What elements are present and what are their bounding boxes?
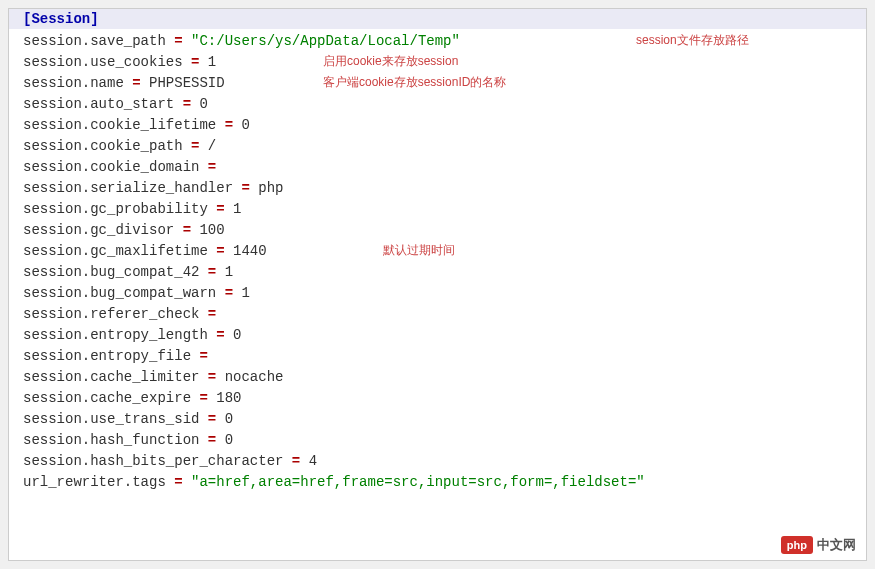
config-line: session.entropy_length = 0	[23, 325, 852, 346]
equals-sign: =	[208, 159, 216, 175]
config-key: session.entropy_length	[23, 327, 208, 343]
config-key: session.gc_probability	[23, 201, 208, 217]
section-header-line: [Session]	[9, 9, 866, 29]
equals-sign: =	[191, 54, 199, 70]
config-line: session.hash_bits_per_character = 4	[23, 451, 852, 472]
config-key: session.entropy_file	[23, 348, 191, 364]
config-key: session.save_path	[23, 33, 166, 49]
config-key: session.cache_limiter	[23, 369, 199, 385]
config-value: 0	[241, 117, 249, 133]
config-key: session.use_cookies	[23, 54, 183, 70]
logo-badge: php	[781, 536, 813, 554]
config-line: session.cache_expire = 180	[23, 388, 852, 409]
config-key: session.cookie_lifetime	[23, 117, 216, 133]
config-key: session.use_trans_sid	[23, 411, 199, 427]
config-key: session.referer_check	[23, 306, 199, 322]
annotation-text: 启用cookie来存放session	[323, 52, 458, 70]
config-value: 4	[309, 453, 317, 469]
config-key: session.bug_compat_warn	[23, 285, 216, 301]
config-value: 0	[233, 327, 241, 343]
equals-sign: =	[191, 138, 199, 154]
config-value: 100	[199, 222, 224, 238]
config-key: session.cookie_domain	[23, 159, 199, 175]
annotation-text: 客户端cookie存放sessionID的名称	[323, 73, 506, 91]
config-key: url_rewriter.tags	[23, 474, 166, 490]
config-value: 1	[233, 201, 241, 217]
equals-sign: =	[183, 96, 191, 112]
watermark-logo: php 中文网	[781, 536, 856, 554]
config-key: session.cookie_path	[23, 138, 183, 154]
config-value: 1	[225, 264, 233, 280]
config-key: session.gc_divisor	[23, 222, 183, 238]
annotation-text: 默认过期时间	[383, 241, 455, 259]
config-line: session.bug_compat_warn = 1	[23, 283, 852, 304]
config-value: nocache	[225, 369, 284, 385]
config-value: 0	[225, 432, 233, 448]
equals-sign: =	[208, 306, 216, 322]
config-value: 0	[225, 411, 233, 427]
config-key: session.cache_expire	[23, 390, 191, 406]
config-lines: session.save_path = "C:/Users/ys/AppData…	[23, 31, 852, 493]
code-container: [Session] session.save_path = "C:/Users/…	[8, 8, 867, 561]
config-value: 180	[216, 390, 241, 406]
equals-sign: =	[199, 390, 207, 406]
config-line: session.auto_start = 0	[23, 94, 852, 115]
equals-sign: =	[225, 285, 233, 301]
config-line: session.name = PHPSESSID客户端cookie存放sessi…	[23, 73, 852, 94]
equals-sign: =	[208, 369, 216, 385]
equals-sign: =	[174, 474, 182, 490]
equals-sign: =	[292, 453, 300, 469]
config-value: "C:/Users/ys/AppData/Local/Temp"	[191, 33, 460, 49]
equals-sign: =	[208, 264, 216, 280]
equals-sign: =	[208, 432, 216, 448]
equals-sign: =	[216, 243, 224, 259]
config-line: session.cookie_lifetime = 0	[23, 115, 852, 136]
config-line: session.referer_check =	[23, 304, 852, 325]
config-key: session.serialize_handler	[23, 180, 233, 196]
config-line: session.gc_probability = 1	[23, 199, 852, 220]
config-line: session.gc_maxlifetime = 1440默认过期时间	[23, 241, 852, 262]
config-value: 1	[241, 285, 249, 301]
annotation-text: session文件存放路径	[636, 31, 749, 49]
config-line: session.entropy_file =	[23, 346, 852, 367]
equals-sign: =	[132, 75, 140, 91]
config-line: session.hash_function = 0	[23, 430, 852, 451]
config-value: /	[208, 138, 216, 154]
config-key: session.name	[23, 75, 124, 91]
config-value: "a=href,area=href,frame=src,input=src,fo…	[191, 474, 645, 490]
config-line: session.cookie_path = /	[23, 136, 852, 157]
config-line: url_rewriter.tags = "a=href,area=href,fr…	[23, 472, 852, 493]
config-line: session.use_cookies = 1启用cookie来存放sessio…	[23, 52, 852, 73]
config-value: PHPSESSID	[149, 75, 225, 91]
config-value: 1	[208, 54, 216, 70]
equals-sign: =	[241, 180, 249, 196]
config-line: session.cache_limiter = nocache	[23, 367, 852, 388]
config-line: session.bug_compat_42 = 1	[23, 262, 852, 283]
equals-sign: =	[199, 348, 207, 364]
logo-text: 中文网	[817, 536, 856, 554]
equals-sign: =	[208, 411, 216, 427]
equals-sign: =	[183, 222, 191, 238]
config-line: session.gc_divisor = 100	[23, 220, 852, 241]
section-header: [Session]	[23, 11, 99, 27]
config-line: session.save_path = "C:/Users/ys/AppData…	[23, 31, 852, 52]
equals-sign: =	[174, 33, 182, 49]
config-key: session.hash_bits_per_character	[23, 453, 283, 469]
config-value: 1440	[233, 243, 267, 259]
config-value: php	[258, 180, 283, 196]
config-key: session.gc_maxlifetime	[23, 243, 208, 259]
config-value: 0	[199, 96, 207, 112]
equals-sign: =	[225, 117, 233, 133]
config-line: session.serialize_handler = php	[23, 178, 852, 199]
config-key: session.bug_compat_42	[23, 264, 199, 280]
config-line: session.use_trans_sid = 0	[23, 409, 852, 430]
config-key: session.auto_start	[23, 96, 174, 112]
equals-sign: =	[216, 201, 224, 217]
config-key: session.hash_function	[23, 432, 199, 448]
equals-sign: =	[216, 327, 224, 343]
config-line: session.cookie_domain =	[23, 157, 852, 178]
